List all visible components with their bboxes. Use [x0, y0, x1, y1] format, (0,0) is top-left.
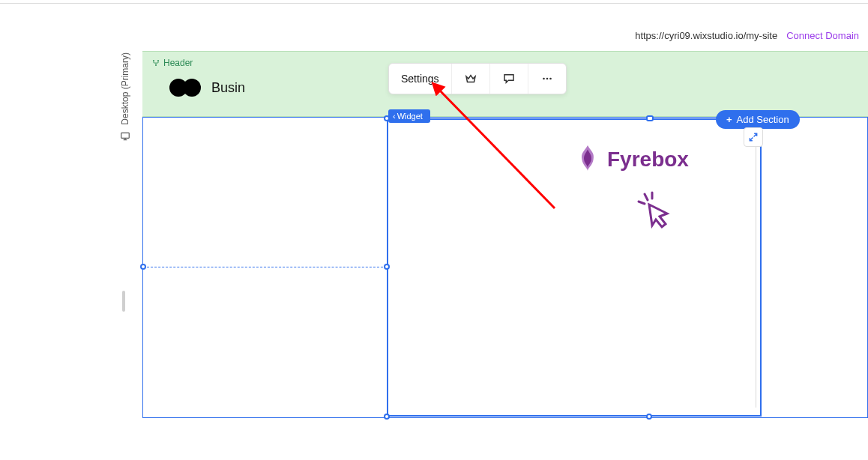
alignment-guide — [147, 267, 387, 267]
flame-icon — [576, 144, 600, 175]
widget-handle-bl[interactable] — [384, 414, 390, 420]
add-section-button[interactable]: Add Section — [716, 110, 800, 129]
header-badge: Header — [151, 58, 193, 68]
widget-handle-bm[interactable] — [646, 414, 652, 420]
svg-point-7 — [546, 78, 548, 80]
svg-point-4 — [157, 60, 159, 61]
comment-button[interactable] — [490, 64, 528, 94]
svg-rect-0 — [121, 133, 130, 138]
settings-button[interactable]: Settings — [389, 64, 452, 94]
connect-domain-link[interactable]: Connect Domain — [786, 30, 859, 41]
site-url: https://cyri09.wixstudio.io/my-site — [635, 30, 777, 41]
desktop-icon[interactable] — [120, 131, 130, 142]
widget-selection-box[interactable] — [387, 118, 762, 417]
url-bar: https://cyri09.wixstudio.io/my-site Conn… — [142, 30, 868, 41]
logo-icon — [169, 77, 202, 98]
section-top-handle[interactable] — [646, 115, 654, 121]
svg-point-3 — [153, 60, 154, 61]
widget-brand: Fyrebox — [576, 144, 689, 175]
site-logo-row: Busin — [169, 77, 245, 98]
header-badge-label: Header — [163, 58, 193, 68]
more-button[interactable] — [528, 64, 566, 94]
element-toolbar: Settings — [388, 63, 567, 94]
widget-tag[interactable]: Widget — [388, 109, 430, 123]
click-cursor-icon — [636, 191, 672, 233]
top-divider — [0, 3, 868, 4]
business-name: Busin — [211, 80, 245, 96]
widget-handle-tl[interactable] — [384, 115, 390, 121]
viewport-rail: Desktop (Primary) — [120, 52, 130, 142]
panel-resize-handle[interactable] — [122, 291, 125, 312]
svg-point-6 — [543, 78, 545, 80]
viewport-label: Desktop (Primary) — [120, 52, 130, 125]
expand-button[interactable] — [744, 127, 763, 147]
column-divider — [756, 127, 756, 408]
brand-name: Fyrebox — [607, 148, 689, 172]
widget-handle-lm[interactable] — [384, 264, 390, 270]
upgrade-button[interactable] — [452, 64, 490, 94]
svg-line-9 — [645, 194, 648, 200]
svg-point-5 — [155, 64, 157, 66]
svg-point-8 — [549, 78, 552, 80]
section-left-handle[interactable] — [140, 264, 146, 270]
svg-line-10 — [639, 202, 645, 204]
